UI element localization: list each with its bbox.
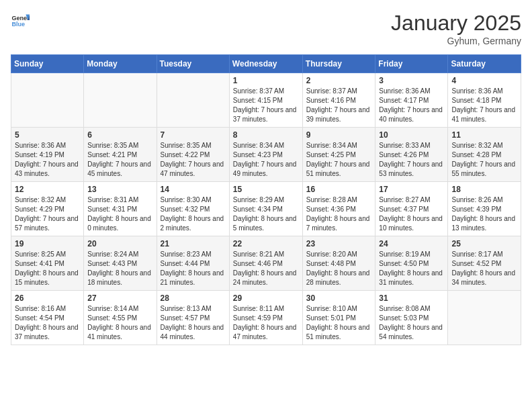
- calendar-cell: [448, 291, 521, 345]
- calendar-week-row: 12Sunrise: 8:32 AM Sunset: 4:29 PM Dayli…: [11, 182, 521, 236]
- day-info: Sunrise: 8:31 AM Sunset: 4:31 PM Dayligh…: [87, 195, 152, 233]
- day-number: 16: [306, 185, 372, 194]
- day-number: 10: [379, 130, 444, 140]
- weekday-header: Saturday: [448, 55, 521, 73]
- day-info: Sunrise: 8:27 AM Sunset: 4:37 PM Dayligh…: [379, 195, 444, 233]
- day-number: 8: [233, 130, 299, 140]
- day-number: 7: [161, 130, 226, 140]
- day-number: 2: [306, 76, 372, 85]
- logo: General Blue: [11, 11, 30, 30]
- day-number: 11: [451, 130, 517, 140]
- day-info: Sunrise: 8:34 AM Sunset: 4:25 PM Dayligh…: [306, 141, 372, 179]
- calendar-week-row: 26Sunrise: 8:16 AM Sunset: 4:54 PM Dayli…: [11, 291, 521, 345]
- day-info: Sunrise: 8:21 AM Sunset: 4:46 PM Dayligh…: [233, 250, 299, 287]
- day-number: 9: [306, 130, 372, 140]
- page-header: General Blue January 2025 Gyhum, Germany: [11, 11, 521, 46]
- calendar-cell: 25Sunrise: 8:17 AM Sunset: 4:52 PM Dayli…: [448, 236, 521, 291]
- day-info: Sunrise: 8:30 AM Sunset: 4:32 PM Dayligh…: [161, 195, 226, 233]
- calendar-cell: 12Sunrise: 8:32 AM Sunset: 4:29 PM Dayli…: [11, 182, 84, 236]
- calendar-cell: 22Sunrise: 8:21 AM Sunset: 4:46 PM Dayli…: [229, 236, 302, 291]
- day-number: 6: [87, 130, 152, 140]
- day-info: Sunrise: 8:20 AM Sunset: 4:48 PM Dayligh…: [306, 250, 372, 287]
- day-info: Sunrise: 8:34 AM Sunset: 4:23 PM Dayligh…: [233, 141, 299, 179]
- calendar-week-row: 5Sunrise: 8:36 AM Sunset: 4:19 PM Daylig…: [11, 128, 521, 182]
- day-number: 26: [15, 293, 80, 303]
- day-number: 22: [233, 239, 299, 248]
- calendar-cell: 31Sunrise: 8:08 AM Sunset: 5:03 PM Dayli…: [375, 291, 448, 345]
- weekday-header: Sunday: [11, 55, 84, 73]
- day-info: Sunrise: 8:08 AM Sunset: 5:03 PM Dayligh…: [379, 304, 444, 342]
- day-number: 14: [161, 185, 226, 194]
- svg-text:Blue: Blue: [11, 21, 25, 28]
- calendar-cell: 23Sunrise: 8:20 AM Sunset: 4:48 PM Dayli…: [302, 236, 375, 291]
- day-number: 17: [379, 185, 444, 194]
- calendar-cell: 8Sunrise: 8:34 AM Sunset: 4:23 PM Daylig…: [229, 128, 302, 182]
- calendar-cell: 15Sunrise: 8:29 AM Sunset: 4:34 PM Dayli…: [229, 182, 302, 236]
- calendar-cell: 13Sunrise: 8:31 AM Sunset: 4:31 PM Dayli…: [84, 182, 157, 236]
- logo-icon: General Blue: [11, 11, 30, 30]
- weekday-header-row: SundayMondayTuesdayWednesdayThursdayFrid…: [11, 55, 521, 73]
- day-info: Sunrise: 8:10 AM Sunset: 5:01 PM Dayligh…: [306, 304, 372, 342]
- calendar-week-row: 1Sunrise: 8:37 AM Sunset: 4:15 PM Daylig…: [11, 73, 521, 128]
- day-number: 20: [87, 239, 152, 248]
- calendar-table: SundayMondayTuesdayWednesdayThursdayFrid…: [11, 54, 521, 345]
- day-number: 29: [233, 293, 299, 303]
- day-number: 15: [233, 185, 299, 194]
- day-info: Sunrise: 8:19 AM Sunset: 4:50 PM Dayligh…: [379, 250, 444, 287]
- day-info: Sunrise: 8:11 AM Sunset: 4:59 PM Dayligh…: [233, 304, 299, 342]
- weekday-header: Thursday: [302, 55, 375, 73]
- day-info: Sunrise: 8:24 AM Sunset: 4:43 PM Dayligh…: [87, 250, 152, 287]
- day-number: 24: [379, 239, 444, 248]
- calendar-cell: 19Sunrise: 8:25 AM Sunset: 4:41 PM Dayli…: [11, 236, 84, 291]
- calendar-cell: 1Sunrise: 8:37 AM Sunset: 4:15 PM Daylig…: [229, 73, 302, 128]
- day-info: Sunrise: 8:16 AM Sunset: 4:54 PM Dayligh…: [15, 304, 80, 342]
- day-info: Sunrise: 8:33 AM Sunset: 4:26 PM Dayligh…: [379, 141, 444, 179]
- weekday-header: Monday: [84, 55, 157, 73]
- calendar-cell: 30Sunrise: 8:10 AM Sunset: 5:01 PM Dayli…: [302, 291, 375, 345]
- day-info: Sunrise: 8:29 AM Sunset: 4:34 PM Dayligh…: [233, 195, 299, 233]
- day-info: Sunrise: 8:28 AM Sunset: 4:36 PM Dayligh…: [306, 195, 372, 233]
- calendar-cell: 9Sunrise: 8:34 AM Sunset: 4:25 PM Daylig…: [302, 128, 375, 182]
- calendar-cell: 16Sunrise: 8:28 AM Sunset: 4:36 PM Dayli…: [302, 182, 375, 236]
- day-info: Sunrise: 8:26 AM Sunset: 4:39 PM Dayligh…: [451, 195, 517, 233]
- day-number: 12: [15, 185, 80, 194]
- day-info: Sunrise: 8:32 AM Sunset: 4:29 PM Dayligh…: [15, 195, 80, 233]
- calendar-cell: 28Sunrise: 8:13 AM Sunset: 4:57 PM Dayli…: [157, 291, 229, 345]
- calendar-cell: [11, 73, 84, 128]
- calendar-cell: [84, 73, 157, 128]
- day-info: Sunrise: 8:23 AM Sunset: 4:44 PM Dayligh…: [161, 250, 226, 287]
- title-block: January 2025 Gyhum, Germany: [391, 11, 521, 46]
- day-info: Sunrise: 8:25 AM Sunset: 4:41 PM Dayligh…: [15, 250, 80, 287]
- calendar-cell: 2Sunrise: 8:37 AM Sunset: 4:16 PM Daylig…: [302, 73, 375, 128]
- day-info: Sunrise: 8:37 AM Sunset: 4:15 PM Dayligh…: [233, 87, 299, 124]
- calendar-cell: 20Sunrise: 8:24 AM Sunset: 4:43 PM Dayli…: [84, 236, 157, 291]
- calendar-cell: 26Sunrise: 8:16 AM Sunset: 4:54 PM Dayli…: [11, 291, 84, 345]
- weekday-header: Wednesday: [229, 55, 302, 73]
- calendar-cell: 10Sunrise: 8:33 AM Sunset: 4:26 PM Dayli…: [375, 128, 448, 182]
- calendar-cell: 5Sunrise: 8:36 AM Sunset: 4:19 PM Daylig…: [11, 128, 84, 182]
- calendar-cell: [157, 73, 229, 128]
- month-title: January 2025: [391, 11, 521, 36]
- day-info: Sunrise: 8:36 AM Sunset: 4:19 PM Dayligh…: [15, 141, 80, 179]
- calendar-cell: 4Sunrise: 8:36 AM Sunset: 4:18 PM Daylig…: [448, 73, 521, 128]
- day-number: 1: [233, 76, 299, 85]
- calendar-cell: 7Sunrise: 8:35 AM Sunset: 4:22 PM Daylig…: [157, 128, 229, 182]
- day-info: Sunrise: 8:36 AM Sunset: 4:17 PM Dayligh…: [379, 87, 444, 124]
- day-info: Sunrise: 8:14 AM Sunset: 4:55 PM Dayligh…: [87, 304, 152, 342]
- day-number: 3: [379, 76, 444, 85]
- day-info: Sunrise: 8:36 AM Sunset: 4:18 PM Dayligh…: [451, 87, 517, 124]
- calendar-cell: 17Sunrise: 8:27 AM Sunset: 4:37 PM Dayli…: [375, 182, 448, 236]
- calendar-cell: 14Sunrise: 8:30 AM Sunset: 4:32 PM Dayli…: [157, 182, 229, 236]
- calendar-cell: 21Sunrise: 8:23 AM Sunset: 4:44 PM Dayli…: [157, 236, 229, 291]
- day-info: Sunrise: 8:13 AM Sunset: 4:57 PM Dayligh…: [161, 304, 226, 342]
- calendar-cell: 18Sunrise: 8:26 AM Sunset: 4:39 PM Dayli…: [448, 182, 521, 236]
- day-number: 4: [451, 76, 517, 85]
- weekday-header: Friday: [375, 55, 448, 73]
- day-number: 23: [306, 239, 372, 248]
- calendar-cell: 3Sunrise: 8:36 AM Sunset: 4:17 PM Daylig…: [375, 73, 448, 128]
- day-number: 19: [15, 239, 80, 248]
- day-number: 31: [379, 293, 444, 303]
- day-number: 18: [451, 185, 517, 194]
- day-number: 21: [161, 239, 226, 248]
- calendar-cell: 6Sunrise: 8:35 AM Sunset: 4:21 PM Daylig…: [84, 128, 157, 182]
